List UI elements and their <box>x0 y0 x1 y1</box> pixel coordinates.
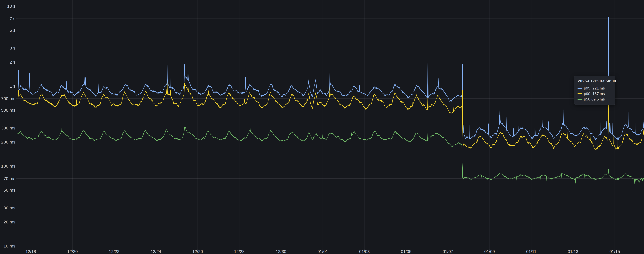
tooltip-series-value: 167 ms <box>592 92 605 96</box>
y-tick-label: 3 s <box>10 46 16 50</box>
y-tick-label: 10 ms <box>4 244 16 248</box>
tooltip-rows: p95221 msp90167 msp5069.5 ms <box>578 85 612 102</box>
series-color-pill-icon <box>578 88 582 89</box>
hover-marker-p90 <box>617 147 619 150</box>
y-tick-label: 300 ms <box>1 126 16 130</box>
x-tick-label: 12/18 <box>26 249 36 254</box>
gridlines-major <box>16 6 644 246</box>
series-line-p95 <box>18 17 644 140</box>
tooltip-series-value: 221 ms <box>592 86 605 91</box>
x-tick-label: 01/09 <box>484 249 495 254</box>
x-axis-labels: 12/1812/2012/2212/2412/2612/2812/3001/01… <box>26 249 620 254</box>
tooltip-series-name: p50 <box>584 97 592 102</box>
tooltip-series-name: p90 <box>584 92 592 96</box>
y-tick-label: 700 ms <box>1 96 16 101</box>
series-lines <box>18 17 644 184</box>
crosshair <box>18 0 644 249</box>
tooltip: 2025-01-15 03:50:00 p95221 msp90167 msp5… <box>574 76 616 105</box>
x-tick-label: 12/26 <box>192 249 203 254</box>
y-tick-label: 30 ms <box>4 206 16 210</box>
y-tick-label: 1 s <box>10 84 16 89</box>
x-tick-label: 12/24 <box>151 249 161 254</box>
y-tick-label: 20 ms <box>4 220 16 224</box>
y-tick-label: 100 ms <box>1 164 16 168</box>
tooltip-series-value: 69.5 ms <box>592 97 605 102</box>
y-tick-label: 10 s <box>7 4 16 8</box>
x-tick-label: 01/15 <box>610 249 620 254</box>
series-line-p50 <box>18 127 644 184</box>
gridlines-vertical <box>31 0 615 251</box>
y-tick-label: 70 ms <box>4 176 16 181</box>
x-tick-label: 01/07 <box>442 249 453 254</box>
y-tick-label: 500 ms <box>1 108 16 113</box>
y-tick-label: 5 s <box>10 28 16 33</box>
x-tick-label: 01/05 <box>401 249 412 254</box>
x-tick-label: 01/11 <box>526 249 536 254</box>
hover-marker-p95 <box>617 137 619 140</box>
series-line-p90 <box>18 81 644 150</box>
x-tick-label: 01/03 <box>359 249 370 254</box>
y-tick-label: 2 s <box>10 60 16 64</box>
x-tick-label: 01/13 <box>568 249 578 254</box>
series-color-pill-icon <box>578 93 582 94</box>
x-tick-label: 12/28 <box>234 249 244 254</box>
y-tick-label: 200 ms <box>1 139 16 144</box>
y-tick-label: 7 s <box>10 16 16 21</box>
x-tick-label: 12/20 <box>67 249 78 254</box>
y-axis-labels: 10 s7 s5 s3 s2 s1 s700 ms500 ms300 ms200… <box>1 4 16 248</box>
series-color-pill-icon <box>578 99 582 100</box>
tooltip-row: p5069.5 ms <box>578 97 612 102</box>
latency-chart[interactable]: 10 s7 s5 s3 s2 s1 s700 ms500 ms300 ms200… <box>0 0 644 254</box>
tooltip-row: p90167 ms <box>578 91 612 97</box>
tooltip-row: p95221 ms <box>578 85 612 91</box>
hover-marker-p50 <box>617 178 619 180</box>
tooltip-series-name: p95 <box>584 86 592 91</box>
tooltip-timestamp: 2025-01-15 03:50:00 <box>578 79 612 83</box>
y-tick-label: 50 ms <box>4 188 16 192</box>
latency-timeseries-panel: 10 s7 s5 s3 s2 s1 s700 ms500 ms300 ms200… <box>0 0 644 254</box>
x-tick-label: 12/30 <box>276 249 286 254</box>
x-tick-label: 01/01 <box>318 249 328 254</box>
x-tick-label: 12/22 <box>109 249 120 254</box>
